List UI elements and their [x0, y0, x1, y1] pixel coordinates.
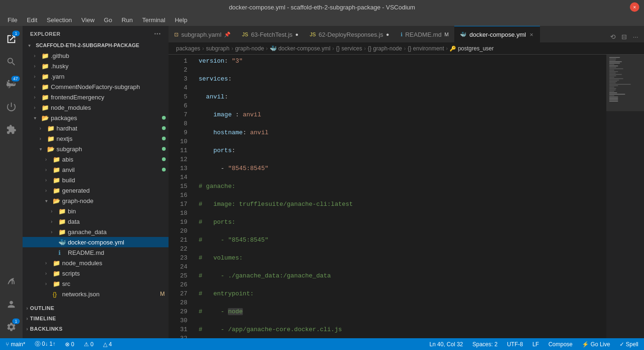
- status-bar: ⑂ main* ⓪ 0↓ 1↑ ⊗ 0 ⚠ 0 △ 4 Ln 40, Col 3…: [0, 338, 644, 350]
- menu-item-go[interactable]: Go: [100, 16, 116, 24]
- tree-item-node-modules-sub[interactable]: › 📁 node_modules: [23, 258, 169, 268]
- menu-item-selection[interactable]: Selection: [43, 16, 75, 24]
- folder-open-icon: 📂: [47, 146, 55, 153]
- indentation-status[interactable]: Spaces: 2: [471, 340, 499, 349]
- tree-item-nextjs[interactable]: › 📁 nextjs: [23, 133, 169, 144]
- tree-item-hardhat[interactable]: › 📁 hardhat: [23, 123, 169, 133]
- tree-item-yarn[interactable]: › 📁 .yarn: [23, 71, 169, 81]
- spacer-icon: ›: [45, 292, 53, 297]
- tree-item-packages[interactable]: ▾ 📂 packages: [23, 113, 169, 123]
- tab-label: README.md: [405, 31, 442, 38]
- tab-subgraph-yaml[interactable]: ⊡ subgraph.yaml 📌: [169, 26, 236, 42]
- tree-item-github[interactable]: › 📁 .github: [23, 50, 169, 61]
- git-branch-status[interactable]: ⑂ main*: [4, 340, 27, 349]
- tree-item-docker-compose[interactable]: › 🐳 docker-compose.yml: [23, 237, 169, 247]
- tree-root-item[interactable]: ▾ SCAFFOLD-ETH-2-SUBGRAPH-PACKAGE: [23, 40, 169, 50]
- tree-item-abis[interactable]: › 📁 abis: [23, 154, 169, 164]
- extensions-activity-icon[interactable]: [2, 120, 21, 139]
- settings-activity-icon[interactable]: 1: [2, 317, 21, 336]
- errors-status[interactable]: ⊗ 0: [63, 340, 76, 349]
- source-control-activity-icon[interactable]: 47: [2, 75, 21, 94]
- chevron-right-icon: ›: [34, 105, 41, 110]
- code-editor[interactable]: 12345 678910 1112131415 1617181920 21222…: [169, 55, 606, 338]
- warnings-status[interactable]: ⚠ 0: [82, 340, 96, 349]
- menu-item-terminal[interactable]: Terminal: [138, 16, 169, 24]
- tree-item-src[interactable]: › 📁 src: [23, 278, 169, 289]
- line-ending-label: LF: [532, 341, 539, 348]
- tree-label: anvil: [62, 166, 162, 173]
- sidebar-menu-button[interactable]: ···: [154, 30, 161, 38]
- tree-item-build[interactable]: › 📁 build: [23, 175, 169, 185]
- tree-label: node_modules: [62, 260, 169, 267]
- tree-item-graph-node-folder[interactable]: ▾ 📂 graph-node: [23, 195, 169, 206]
- breadcrumb-subgraph[interactable]: subgraph: [206, 45, 229, 52]
- tab-fetchtest-js[interactable]: JS 63-FetchTest.js ●: [236, 26, 304, 42]
- breadcrumb-environment[interactable]: {} environment: [408, 45, 444, 52]
- outline-section[interactable]: › OUTLINE: [23, 303, 169, 313]
- tab-docker-compose-yml[interactable]: 🐳 docker-compose.yml ×: [454, 26, 540, 42]
- timeline-section[interactable]: › TIMELINE: [23, 313, 169, 324]
- chevron-right-icon: ›: [45, 271, 53, 276]
- tree-item-husky[interactable]: › 📁 .husky: [23, 61, 169, 71]
- minimap-slider[interactable]: [606, 55, 644, 111]
- split-editor-button[interactable]: ⊟: [620, 31, 629, 42]
- remote-activity-icon[interactable]: [2, 270, 21, 289]
- tree-item-ganache-data[interactable]: › 📁 ganache_data: [23, 227, 169, 237]
- timeline-label: TIMELINE: [30, 316, 56, 321]
- more-actions-button[interactable]: ···: [631, 31, 640, 42]
- key-breadcrumb-icon: 🔑: [450, 46, 456, 51]
- breadcrumb-packages[interactable]: packages: [176, 45, 200, 52]
- tab-close-button[interactable]: ×: [529, 30, 534, 39]
- tree-item-anvil-folder[interactable]: › 📁 anvil: [23, 164, 169, 175]
- tree-item-subgraph[interactable]: ▾ 📂 subgraph: [23, 144, 169, 154]
- spell-check-button[interactable]: ✓ Spell: [618, 340, 640, 349]
- breadcrumb-postgres-user[interactable]: 🔑 postgres_user: [450, 45, 493, 52]
- tree-item-data[interactable]: › 📁 data: [23, 216, 169, 227]
- tree-item-networks-json[interactable]: › {} networks.json M: [23, 289, 169, 299]
- language-mode-status[interactable]: Compose: [547, 340, 574, 349]
- tree-item-node-modules-root[interactable]: › 📁 node_modules: [23, 102, 169, 113]
- yaml-file-icon: ⊡: [174, 32, 178, 38]
- folder-icon: 📁: [41, 83, 49, 90]
- position-label: Ln 40, Col 32: [429, 341, 463, 348]
- menu-item-run[interactable]: Run: [118, 16, 137, 24]
- spacer-icon: ›: [51, 250, 58, 255]
- run-debug-activity-icon[interactable]: [2, 98, 21, 116]
- search-activity-icon[interactable]: [2, 52, 21, 71]
- cursor-position[interactable]: Ln 40, Col 32: [427, 340, 465, 349]
- breadcrumb-graph-node[interactable]: graph-node: [235, 45, 264, 52]
- tab-deployresponses-js[interactable]: JS 62-DeployResponses.js ●: [304, 26, 395, 42]
- accounts-activity-icon[interactable]: [2, 295, 21, 314]
- close-button[interactable]: ×: [630, 2, 639, 12]
- menu-item-file[interactable]: File: [4, 16, 21, 24]
- modified-indicator: [162, 168, 166, 171]
- tree-item-generated[interactable]: › 📁 generated: [23, 185, 169, 195]
- go-live-button[interactable]: ⚡ Go Live: [580, 340, 612, 349]
- menu-item-view[interactable]: View: [78, 16, 98, 24]
- tree-item-readme-file[interactable]: › ℹ README.md: [23, 247, 169, 258]
- breadcrumb-docker-compose[interactable]: 🐳 docker-compose.yml: [270, 45, 330, 52]
- chevron-right-icon: ›: [51, 209, 58, 214]
- encoding-status[interactable]: UTF-8: [505, 340, 525, 349]
- line-ending-status[interactable]: LF: [531, 340, 541, 349]
- window-title: docker-compose.yml - scaffold-eth-2-subg…: [229, 4, 415, 11]
- menu-item-edit[interactable]: Edit: [23, 16, 41, 24]
- history-button[interactable]: ⟲: [608, 31, 618, 42]
- backlinks-section[interactable]: › BACKLINKS: [23, 324, 169, 334]
- tree-item-frontendemergency[interactable]: › 📁 frontendEmergency: [23, 92, 169, 102]
- tree-item-bin[interactable]: › 📁 bin: [23, 206, 169, 216]
- tree-item-scripts[interactable]: › 📁 scripts: [23, 268, 169, 278]
- info-status[interactable]: △ 4: [101, 340, 114, 349]
- explorer-activity-icon[interactable]: 1: [2, 30, 21, 49]
- sync-status[interactable]: ⓪ 0↓ 1↑: [33, 339, 57, 349]
- breadcrumb-services[interactable]: {} services: [336, 45, 362, 52]
- code-content[interactable]: version: "3" services: anvil: image : an…: [191, 55, 606, 338]
- tree-label: abis: [62, 156, 162, 163]
- tree-item-commentnode[interactable]: › 📁 CommentNodeFactory-subgraph: [23, 81, 169, 92]
- tab-readme-md[interactable]: ℹ README.md M: [395, 26, 454, 42]
- menu-bar: FileEditSelectionViewGoRunTerminalHelp: [0, 14, 644, 26]
- language-label: Compose: [548, 341, 572, 348]
- menu-item-help[interactable]: Help: [171, 16, 191, 24]
- tree-label: CommentNodeFactory-subgraph: [51, 83, 169, 90]
- breadcrumb-graph-node-service[interactable]: {} graph-node: [368, 45, 402, 52]
